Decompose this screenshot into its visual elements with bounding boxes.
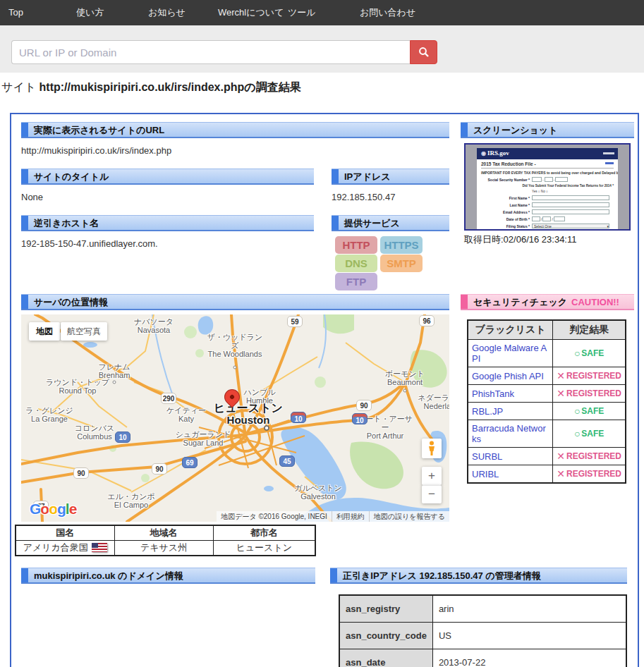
blacklist-header: ブラックリスト (468, 320, 553, 340)
site-screenshot-thumbnail[interactable]: IRS.gov 2015 Tax Reduction File - IMPORT… (464, 143, 631, 231)
blacklist-result: ✕REGISTERED (553, 385, 626, 403)
nav-item-4[interactable]: Werchlについて (218, 0, 284, 25)
ip-admin-row: asn_country_codeUS (339, 623, 626, 649)
google-map[interactable]: ナバソータNavasotaザ・ウッドランズThe WoodlandsフレナムBr… (21, 314, 449, 522)
pegman-streetview-control[interactable] (422, 439, 442, 458)
blacklist-result: ✕REGISTERED (553, 448, 626, 465)
map-type-satellite-button[interactable]: 航空写真 (61, 322, 107, 341)
irs-header-links (603, 152, 614, 154)
blacklist-row: URIBL✕REGISTERED (468, 465, 626, 484)
safe-circle-icon: ○ (574, 428, 580, 439)
blacklist-result: ✕REGISTERED (553, 367, 626, 385)
blacklist-link[interactable]: PhishTank (468, 385, 553, 403)
irs-warning-text: IMPORTANT FOR EVERY TAX PAYERS to avoid … (481, 171, 614, 175)
section-actual-url-heading: 実際に表示されるサイトのURL (21, 122, 449, 138)
blacklist-result: ○SAFE (553, 420, 626, 448)
nav-item-6[interactable]: お問い合わせ (360, 0, 415, 25)
map-data-attribution: 地図データ ©2016 Google, INEGI (217, 511, 332, 522)
top-nav-bar: Top使い方お知らせWerchlについてツールお問い合わせ (0, 0, 644, 25)
zoom-out-button[interactable]: − (422, 485, 442, 503)
section-reverse-host-heading: 逆引きホスト名 (21, 215, 314, 231)
first-name-label: First Name * (481, 196, 532, 200)
blacklist-link[interactable]: Google Malware API (468, 340, 553, 367)
dob-box-2 (542, 216, 551, 221)
blacklist-result: ○SAFE (553, 340, 626, 367)
route-shield-96: 96 (419, 315, 435, 326)
ip-admin-row: asn_registryarin (339, 595, 626, 623)
map-report-error-link[interactable]: 地図の誤りを報告する (369, 511, 449, 522)
google-logo-letter: e (69, 501, 77, 517)
result-header: 判定結果 (553, 320, 626, 340)
map-terms-link[interactable]: 利用規約 (332, 511, 369, 522)
route-shield-10: 10 (291, 412, 306, 423)
dob-label: Date of Birth * (481, 217, 532, 221)
registered-cross-icon: ✕ (557, 388, 565, 399)
filing-status-select: Select One ▾ (532, 224, 609, 228)
blacklist-link[interactable]: RBL.JP (468, 403, 553, 420)
city-header: 都市名 (213, 525, 315, 541)
nav-item-1[interactable]: Top (8, 0, 23, 25)
geo-location-table: 国名 地域名 都市名 アメリカ合衆国 テキサス州 ヒューストン (15, 525, 316, 556)
ssn-box-1 (532, 177, 542, 182)
irs-logo: IRS.gov (481, 149, 509, 157)
caution-badge: CAUTION!! (571, 297, 619, 307)
section-ip-heading: IPアドレス (332, 169, 449, 185)
service-badge-https: HTTPS (380, 236, 423, 254)
zoom-in-button[interactable]: + (422, 467, 442, 485)
blacklist-result: ○SAFE (553, 403, 626, 420)
us-flag-icon (92, 543, 107, 552)
email-label: Email Address * (481, 210, 532, 214)
country-header: 国名 (16, 525, 114, 541)
ip-admin-value: 2013-07-22 (432, 649, 626, 667)
route-shield-10: 10 (115, 432, 130, 443)
ip-admin-value: US (432, 623, 626, 649)
ip-admin-row: asn_date2013-07-22 (339, 649, 626, 667)
city-cell: ヒューストン (213, 541, 315, 556)
ssn-box-3 (555, 177, 568, 182)
region-cell: テキサス州 (114, 541, 213, 556)
registered-cross-icon: ✕ (557, 451, 565, 462)
safe-circle-icon: ○ (574, 348, 580, 359)
blacklist-row: Google Malware API○SAFE (468, 340, 626, 367)
search-input[interactable] (11, 40, 410, 64)
blacklist-link[interactable]: Google Phish API (468, 367, 553, 385)
ssn-box-2 (545, 177, 553, 182)
magnifier-icon (418, 47, 430, 58)
nav-item-3[interactable]: お知らせ (148, 0, 186, 25)
tax-question-label: Did You Submit Your Federal Income Tax R… (522, 184, 614, 188)
blacklist-table: ブラックリスト 判定結果 Google Malware API○SAFEGoog… (467, 319, 626, 484)
nav-item-2[interactable]: 使い方 (76, 0, 104, 25)
search-button[interactable] (410, 40, 437, 64)
region-header: 地域名 (114, 525, 213, 541)
section-ip-admin-heading: 正引きIPアドレス 192.185.150.47 の管理者情報 (330, 568, 627, 584)
google-logo-letter: o (49, 501, 57, 517)
route-shield-90: 90 (356, 400, 372, 411)
section-security-check-heading: セキュリティチェックCAUTION!! (461, 294, 634, 310)
ip-admin-key: asn_registry (339, 595, 432, 623)
google-logo-letter: G (30, 501, 40, 517)
google-logo: Google (30, 501, 76, 518)
section-domain-info-heading: mukispiripiri.co.uk のドメイン情報 (21, 568, 315, 584)
section-services-heading: 提供サービス (332, 215, 449, 231)
blacklist-link[interactable]: URIBL (468, 465, 553, 484)
capture-timestamp: 取得日時:02/06/16 23:34:11 (464, 233, 576, 246)
map-type-map-button[interactable]: 地図 (29, 322, 60, 341)
filing-status-label: Filing Status * (481, 224, 532, 228)
blacklist-link[interactable]: Barracuda Networks (468, 420, 553, 448)
blacklist-result: ✕REGISTERED (553, 465, 626, 484)
yes-no-radios: Yes ○ No ○ (532, 190, 548, 193)
nav-item-5[interactable]: ツール (288, 0, 316, 25)
section-screenshot-heading: スクリーンショット (461, 122, 634, 138)
registered-cross-icon: ✕ (557, 468, 565, 479)
blacklist-row: RBL.JP○SAFE (468, 403, 626, 420)
map-graphics (21, 314, 449, 522)
first-name-input (532, 195, 609, 200)
route-shield-45: 45 (279, 455, 295, 467)
blacklist-link[interactable]: SURBL (468, 448, 553, 465)
service-badge-dns: DNS (335, 255, 377, 272)
route-shield-90: 90 (152, 463, 167, 475)
route-shield-59: 59 (287, 316, 303, 327)
route-shield-69: 69 (182, 457, 198, 468)
blacklist-row: Google Phish API✕REGISTERED (468, 367, 626, 385)
safe-circle-icon: ○ (574, 405, 580, 417)
